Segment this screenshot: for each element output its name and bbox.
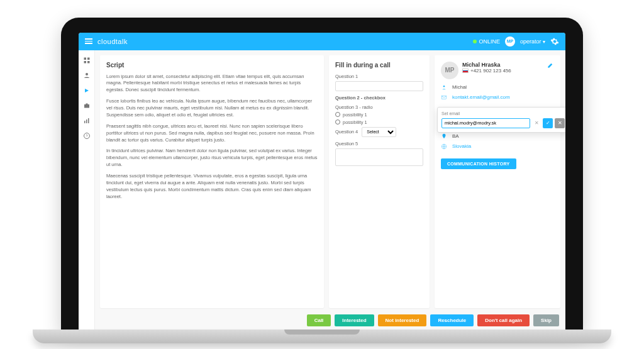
popover-title: Set email	[441, 111, 565, 116]
dont-call-button[interactable]: Don't call again	[477, 314, 530, 326]
sidebar: ?	[79, 50, 95, 332]
info-email[interactable]: kontakt.email@gmail.com	[441, 94, 554, 101]
form-title: Fill in during a call	[335, 62, 423, 69]
set-email-popover: Set email ✕ ✓ ✕	[437, 107, 565, 133]
svg-rect-7	[84, 121, 86, 123]
script-panel: Script Lorem ipsum dolor sit amet, conse…	[100, 55, 324, 308]
radio-input[interactable]	[335, 112, 340, 117]
contact-name: Michal Hraska	[462, 62, 511, 68]
interested-button[interactable]: Interested	[335, 314, 374, 326]
svg-rect-5	[84, 104, 89, 108]
edit-contact-icon[interactable]	[547, 62, 554, 69]
svg-rect-2	[84, 61, 86, 64]
q4-label: Question 4	[335, 129, 358, 135]
contact-phone: +421 902 123 456	[462, 68, 511, 74]
q5-label: Question 5	[335, 141, 423, 147]
popover-email-input[interactable]	[441, 118, 530, 128]
user-avatar[interactable]: MP	[505, 36, 515, 47]
script-paragraph: Praesent sagittis nibh congue, ultrices …	[106, 123, 318, 144]
q4-select[interactable]: Select	[362, 127, 396, 137]
flag-icon	[462, 69, 469, 73]
online-label: ONLINE	[479, 38, 500, 45]
content: Script Lorem ipsum dolor sit amet, conse…	[95, 50, 565, 332]
script-paragraph: In tincidunt ultrices pulvinar. Nam hend…	[106, 148, 318, 169]
topbar: cloudtalk ONLINE MP operator ▾	[79, 33, 565, 50]
radio-input[interactable]	[335, 119, 340, 125]
info-firstname: Michal	[441, 84, 554, 91]
skip-button[interactable]: Skip	[533, 314, 559, 326]
contact-panel: MP Michal Hraska +421 902 123 456 Michal	[435, 55, 560, 308]
sidebar-stats-icon[interactable]	[83, 117, 91, 125]
menu-icon[interactable]	[85, 38, 92, 44]
chevron-down-icon: ▾	[543, 39, 545, 45]
q3-option-a[interactable]: possibility 1	[335, 112, 423, 118]
not-interested-button[interactable]: Not interested	[378, 314, 427, 326]
sidebar-briefcase-icon[interactable]	[83, 102, 91, 109]
q2-label: Question 2 - checkbox	[335, 95, 423, 101]
q3-label: Question 3 - radio	[335, 104, 423, 110]
user-label: operator	[520, 38, 541, 45]
sidebar-help-icon[interactable]: ?	[83, 132, 91, 140]
q1-input[interactable]	[335, 81, 423, 91]
popover-cancel-button[interactable]: ✕	[555, 118, 565, 128]
location-icon	[441, 133, 447, 140]
popover-confirm-button[interactable]: ✓	[543, 118, 553, 128]
sidebar-campaign-icon[interactable]	[83, 87, 91, 94]
call-button[interactable]: Call	[307, 314, 331, 326]
communication-history-button[interactable]: COMMUNICATION HISTORY	[441, 158, 516, 169]
region-value: BA	[452, 133, 459, 139]
phone-number: +421 902 123 456	[470, 68, 511, 74]
contact-avatar: MP	[441, 62, 458, 79]
globe-icon	[441, 143, 447, 150]
svg-point-12	[443, 86, 445, 87]
user-dropdown[interactable]: operator ▾	[520, 38, 545, 45]
svg-rect-3	[87, 61, 90, 64]
person-icon	[441, 84, 447, 91]
country-value: Slovakia	[452, 143, 471, 149]
sidebar-user-icon[interactable]	[83, 72, 91, 79]
script-paragraph: Maecenas suscipit tristique pellentesque…	[106, 173, 318, 201]
brand-logo: cloudtalk	[97, 38, 128, 45]
q3-option-b[interactable]: possibility 1	[335, 119, 423, 125]
clear-input-icon[interactable]: ✕	[532, 118, 541, 128]
svg-rect-8	[86, 119, 87, 123]
form-panel: Fill in during a call Question 1 Questio…	[329, 55, 430, 308]
info-region: BA	[441, 133, 554, 140]
svg-point-4	[86, 73, 88, 75]
radio-label: possibility 1	[343, 119, 367, 125]
body: ? Script Lorem ipsum dolor sit amet, con…	[79, 50, 565, 332]
script-paragraph: Fusce lobortis finibus leo ac vehicula. …	[106, 98, 318, 119]
reschedule-button[interactable]: Reschedule	[430, 314, 474, 326]
q1-label: Question 1	[335, 74, 423, 79]
svg-rect-9	[88, 118, 89, 123]
sidebar-dashboard-icon[interactable]	[83, 57, 91, 64]
script-paragraph: Lorem ipsum dolor sit amet, consectetur …	[106, 74, 318, 94]
mail-icon	[441, 94, 447, 101]
info-country: Slovakia	[441, 143, 554, 150]
svg-text:?: ?	[86, 134, 87, 138]
laptop-frame: cloudtalk ONLINE MP operator ▾ ?	[61, 18, 583, 332]
q5-textarea[interactable]	[335, 148, 423, 166]
radio-label: possibility 1	[343, 112, 367, 118]
email-value: kontakt.email@gmail.com	[452, 94, 510, 100]
script-title: Script	[106, 62, 318, 69]
laptop-base	[33, 330, 611, 343]
online-dot-icon	[473, 40, 477, 43]
app-screen: cloudtalk ONLINE MP operator ▾ ?	[79, 33, 565, 332]
gear-icon[interactable]	[550, 37, 559, 46]
svg-rect-6	[86, 103, 87, 104]
svg-rect-1	[87, 57, 90, 60]
online-status[interactable]: ONLINE	[473, 38, 500, 45]
svg-rect-0	[84, 57, 86, 60]
firstname-value: Michal	[452, 84, 467, 90]
